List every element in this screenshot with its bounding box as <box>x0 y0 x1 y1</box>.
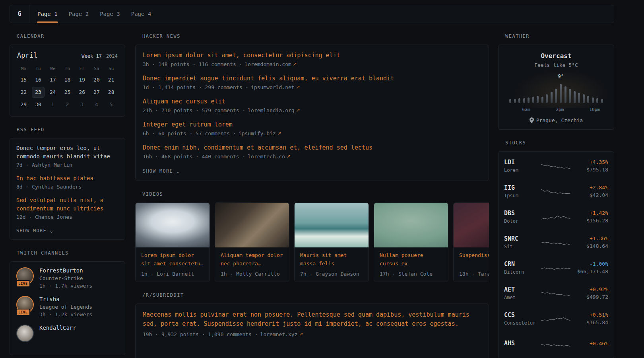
weather-bar <box>578 93 580 103</box>
hn-domain-link[interactable]: loremdomain.com ↗ <box>244 61 297 67</box>
rss-widget: RSS FEED Donec tempor eros leo, ut commo… <box>10 127 125 240</box>
stock-id: AHS <box>504 340 537 348</box>
twitch-channel[interactable]: LIVE Trisha League of Legends 3h · 1.2k … <box>16 296 118 317</box>
calendar-weekday: Th <box>60 64 75 74</box>
hn-domain-link[interactable]: ipsumify.biz ↗ <box>239 130 281 136</box>
calendar-day: 15 <box>16 74 31 86</box>
calendar-day-next-month: 1 <box>45 98 60 111</box>
stock-numbers: +0.46% <box>575 340 608 348</box>
subreddit-post-meta: 19h · 9,932 points · 1,090 comments · lo… <box>143 331 481 337</box>
video-card[interactable]: Mauris sit amet massa felis 7h · Grayson… <box>294 202 369 282</box>
stock-name: Dolor <box>504 218 537 224</box>
twitch-channel-info: Trisha League of Legends 3h · 1.2k viewe… <box>39 296 92 317</box>
weather-peak-temp: 9° <box>558 74 564 79</box>
video-meta: 1h · Lori Barnett <box>136 268 209 282</box>
hn-show-more-button[interactable]: SHOW MORE ⌄ <box>143 168 180 174</box>
hn-title-link[interactable]: Lorem ipsum dolor sit amet, consectetur … <box>143 51 481 60</box>
twitch-widget: TWITCH CHANNELS LIVE ForrestBurton Count… <box>10 250 125 355</box>
hn-domain-link[interactable]: loremlandia.org ↗ <box>248 107 300 113</box>
calendar-day: 19 <box>75 74 89 86</box>
video-thumbnail <box>454 203 489 247</box>
subreddit-post-link[interactable]: Maecenas mollis pulvinar erat non posuer… <box>143 310 481 329</box>
stock-row[interactable]: IIG Ipsum +2.84% $42.04 <box>504 179 608 204</box>
hn-title-link[interactable]: Aliquam nec cursus elit <box>143 97 481 106</box>
hn-title-link[interactable]: Donec enim nibh, condimentum et accumsan… <box>143 144 481 152</box>
twitch-channel-meta: 3h · 1.2k viewers <box>39 311 92 317</box>
weather-bar <box>523 98 525 103</box>
calendar-day: 25 <box>60 86 75 98</box>
twitch-channel[interactable]: LIVE ForrestBurton Counter-Strike 1h · 1… <box>16 267 118 289</box>
hn-title-link[interactable]: Integer eget rutrum lorem <box>143 121 481 129</box>
stock-row[interactable]: SNRC Sit +1.36% $148.64 <box>504 230 608 255</box>
weather-time-label: 2pm <box>556 107 564 112</box>
twitch-panel: LIVE ForrestBurton Counter-Strike 1h · 1… <box>10 261 125 355</box>
weather-bar <box>509 99 511 103</box>
tab-page-4[interactable]: Page 4 <box>126 5 157 23</box>
section-title-rss: RSS FEED <box>17 127 125 132</box>
stock-row[interactable]: DBS Dolor +1.42% $156.28 <box>504 204 608 230</box>
calendar-day-next-month: 2 <box>60 98 75 111</box>
rss-item-link[interactable]: Sed volutpat nulla nisl, a condimentum n… <box>16 196 118 213</box>
stock-symbol: LDI <box>504 159 537 166</box>
hackernews-widget: HACKER NEWS Lorem ipsum dolor sit amet, … <box>135 33 489 181</box>
video-card[interactable]: Nullam posuere cursus ex 17h · Stefan Co… <box>374 202 448 282</box>
calendar-day: 28 <box>104 86 118 98</box>
app-logo[interactable]: G <box>10 5 29 23</box>
tab-page-2[interactable]: Page 2 <box>63 5 95 23</box>
tab-page-1[interactable]: Page 1 <box>32 5 63 23</box>
page-tabs: Page 1 Page 2 Page 3 Page 4 <box>32 5 157 23</box>
hn-item: Lorem ipsum dolor sit amet, consectetur … <box>143 51 481 67</box>
rss-item-link[interactable]: In hac habitasse platea <box>16 174 118 183</box>
hn-domain-link[interactable]: ipsumworld.net ↗ <box>251 84 300 90</box>
stock-row[interactable]: LDI Lorem +4.35% $795.18 <box>504 153 608 179</box>
rss-item-link[interactable]: Donec tempor eros leo, ut commodo mauris… <box>16 144 118 161</box>
calendar-weekday: Sa <box>89 64 104 74</box>
subreddit-domain-link[interactable]: loremnet.xyz ↗ <box>260 331 303 337</box>
stock-price: $148.64 <box>575 243 608 249</box>
stock-numbers: +0.51% $165.84 <box>575 312 608 325</box>
weather-feels-like: Feels like 5°C <box>505 62 607 68</box>
stocks-panel: LDI Lorem +4.35% $795.18 IIG Ipsum +2.84… <box>498 151 614 358</box>
video-card[interactable]: Lorem ipsum dolor sit amet consectetu… 1… <box>135 202 210 282</box>
weather-bar <box>583 94 585 103</box>
twitch-channel-game: Counter-Strike <box>39 275 92 281</box>
weather-bar <box>514 99 516 103</box>
twitch-channel-game: League of Legends <box>39 304 92 310</box>
stock-row[interactable]: AET Amet +0.92% $499.72 <box>504 280 608 306</box>
calendar-day: 16 <box>31 74 46 86</box>
hn-domain-text: loremdomain.com <box>244 61 291 67</box>
stock-row[interactable]: CRN Bitcorn -1.00% $66,171.48 <box>504 255 608 280</box>
stock-sparkline <box>541 160 571 171</box>
weather-location: Prague, Czechia <box>505 117 607 123</box>
stock-change: +0.51% <box>575 312 608 318</box>
weather-bar <box>569 89 571 103</box>
subreddit-domain-text: loremnet.xyz <box>260 331 298 337</box>
video-carousel: Lorem ipsum dolor sit amet consectetu… 1… <box>135 202 489 282</box>
stock-price: $499.72 <box>575 294 608 300</box>
external-link-icon: ↗ <box>277 130 281 136</box>
stocks-widget: STOCKS LDI Lorem +4.35% $795.18 IIG Ipsu… <box>498 140 614 358</box>
stock-row[interactable]: AHS +0.46% <box>504 331 608 357</box>
weather-time-label: 10pm <box>590 107 600 112</box>
weather-bar <box>551 92 553 103</box>
hn-title-link[interactable]: Donec imperdiet augue tincidunt felis al… <box>143 74 481 83</box>
external-link-icon: ↗ <box>293 61 297 67</box>
video-meta: 1h · Molly Carrillo <box>215 268 289 282</box>
weather-bar <box>532 97 534 103</box>
hn-domain-link[interactable]: loremtech.co ↗ <box>248 154 291 160</box>
twitch-channel[interactable]: KendallCarr <box>16 325 118 342</box>
twitch-channel-info: KendallCarr <box>39 325 76 342</box>
stock-name: Ipsum <box>504 193 537 198</box>
video-card[interactable]: Aliquam tempor dolor nec pharetra… 1h · … <box>215 202 289 282</box>
rss-show-more-button[interactable]: SHOW MORE ⌄ <box>16 228 54 233</box>
subreddit-panel: Maecenas mollis pulvinar erat non posuer… <box>135 304 489 358</box>
stock-price: $795.18 <box>575 167 608 173</box>
dot-separator: · <box>102 53 106 59</box>
rss-item: Sed volutpat nulla nisl, a condimentum n… <box>16 196 118 220</box>
chevron-down-icon: ⌄ <box>49 228 54 233</box>
video-meta: 18h · Tara <box>454 268 489 282</box>
tab-page-3[interactable]: Page 3 <box>94 5 126 23</box>
video-card[interactable]: Suspendisse diam 18h · Tara <box>453 202 489 282</box>
stock-change: +1.36% <box>575 235 608 241</box>
stock-row[interactable]: CCS Consectetur +0.51% $165.84 <box>504 306 608 331</box>
